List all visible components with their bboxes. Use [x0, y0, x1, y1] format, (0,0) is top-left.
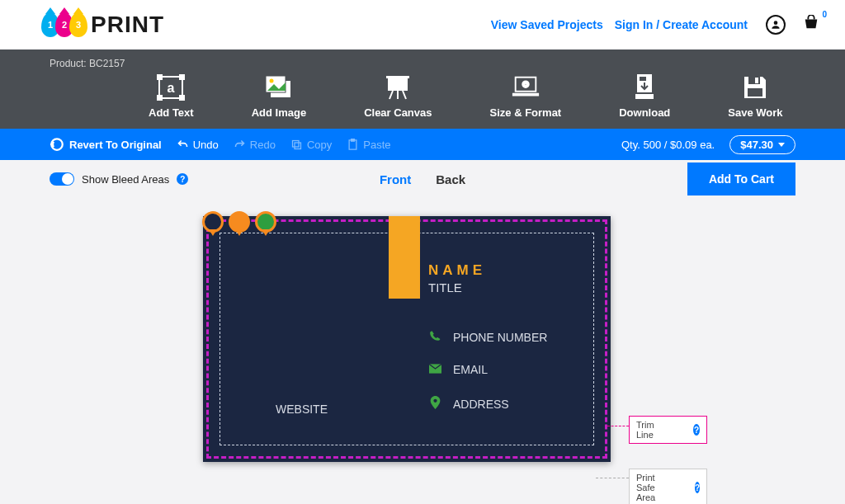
color-pin-green[interactable]	[255, 211, 276, 233]
paste-button[interactable]: Paste	[347, 139, 390, 151]
card-title-field[interactable]: TITLE	[428, 280, 462, 294]
redo-label: Redo	[250, 139, 276, 151]
color-pin-orange[interactable]	[229, 211, 250, 233]
color-swatch-pins	[202, 211, 276, 233]
card-phone-label: PHONE NUMBER	[453, 331, 547, 344]
svg-rect-10	[388, 78, 408, 91]
card-accent-strip[interactable]	[389, 216, 420, 299]
svg-point-26	[433, 399, 437, 403]
total-price: $47.30	[740, 139, 773, 151]
cart-count: 0	[822, 10, 827, 19]
svg-text:a: a	[168, 81, 175, 95]
laptop-gear-icon	[511, 73, 541, 101]
undo-label: Undo	[193, 139, 219, 151]
qty-price-label: Qty. 500 / $0.09 ea.	[621, 139, 715, 151]
paste-label: Paste	[363, 139, 390, 151]
svg-point-9	[269, 79, 273, 83]
svg-rect-4	[158, 96, 162, 100]
add-to-cart-button[interactable]: Add To Cart	[687, 163, 795, 195]
safe-connector	[596, 478, 629, 478]
editor-toolbar: Product: BC2157 a Add Text Add Image Cle…	[0, 49, 845, 129]
top-header: 1 2 3 PRINT View Saved Projects Sign In …	[0, 0, 845, 49]
safe-area-text: Print Safe Area	[636, 473, 659, 502]
svg-rect-16	[640, 77, 646, 81]
price-dropdown[interactable]: $47.30	[729, 135, 795, 154]
download-icon	[630, 73, 659, 101]
svg-rect-21	[295, 143, 301, 149]
help-icon[interactable]: ?	[695, 482, 700, 493]
svg-rect-22	[292, 140, 299, 147]
product-label: Product: BC2157	[0, 58, 845, 69]
tool-add-image-label: Add Image	[252, 106, 306, 119]
svg-rect-11	[386, 76, 409, 78]
bleed-toggle[interactable]	[50, 172, 74, 186]
tool-download-label: Download	[619, 106, 670, 119]
undo-button[interactable]: Undo	[177, 139, 219, 151]
card-website-field[interactable]: WEBSITE	[276, 403, 328, 416]
svg-rect-3	[180, 75, 184, 79]
logo[interactable]: 1 2 3 PRINT	[45, 12, 164, 38]
phone-icon	[428, 330, 441, 344]
header-links: View Saved Projects Sign In / Create Acc…	[491, 15, 820, 35]
trim-line-text: Trim Line	[636, 420, 657, 440]
card-email-row[interactable]: EMAIL	[428, 363, 488, 376]
canvas-area: NAME TITLE PHONE NUMBER EMAIL ADDRESS WE…	[0, 216, 845, 478]
svg-rect-24	[352, 139, 355, 141]
text-icon: a	[156, 73, 186, 101]
tool-size-label: Size & Format	[490, 106, 562, 119]
link-sign-in[interactable]: Sign In / Create Account	[615, 18, 748, 31]
trim-connector	[607, 426, 629, 426]
card-phone-row[interactable]: PHONE NUMBER	[428, 330, 547, 344]
safe-area-label: Print Safe Area ?	[629, 469, 707, 504]
tool-add-image[interactable]: Add Image	[252, 73, 306, 119]
sub-bar: Show Bleed Areas ? Front Back Add To Car…	[0, 160, 845, 198]
redo-button[interactable]: Redo	[234, 139, 276, 151]
tool-add-text[interactable]: a Add Text	[149, 73, 194, 119]
bleed-toggle-label: Show Bleed Areas	[82, 173, 169, 186]
tool-clear-canvas[interactable]: Clear Canvas	[364, 73, 432, 119]
svg-point-14	[524, 83, 526, 86]
image-icon	[264, 73, 294, 101]
card-address-row[interactable]: ADDRESS	[428, 396, 509, 412]
tool-clear-label: Clear Canvas	[364, 106, 432, 119]
blue-action-bar: Revert To Original Undo Redo Copy Paste …	[0, 129, 845, 160]
easel-icon	[383, 73, 413, 101]
chevron-down-icon	[778, 143, 785, 147]
copy-button[interactable]: Copy	[290, 139, 332, 151]
tool-download[interactable]: Download	[619, 73, 670, 119]
save-icon	[740, 73, 770, 101]
logo-text: PRINT	[91, 12, 164, 38]
revert-button[interactable]: Revert To Original	[50, 137, 162, 152]
tool-add-text-label: Add Text	[149, 106, 194, 119]
svg-rect-5	[180, 96, 184, 100]
svg-point-0	[774, 21, 778, 25]
copy-label: Copy	[307, 139, 332, 151]
card-name-field[interactable]: NAME	[428, 262, 486, 279]
tool-save-work[interactable]: Save Work	[728, 73, 782, 119]
svg-rect-2	[158, 75, 162, 79]
revert-label: Revert To Original	[69, 139, 162, 151]
location-icon	[428, 396, 441, 412]
help-icon[interactable]: ?	[177, 173, 188, 185]
tab-back[interactable]: Back	[436, 172, 465, 186]
color-pin-dark[interactable]	[202, 211, 224, 233]
tool-size-format[interactable]: Size & Format	[490, 73, 562, 119]
profile-icon[interactable]	[766, 15, 786, 35]
svg-rect-19	[755, 78, 758, 83]
logo-drop-3: 3	[69, 12, 87, 37]
design-canvas[interactable]: NAME TITLE PHONE NUMBER EMAIL ADDRESS WE…	[203, 216, 611, 462]
svg-rect-20	[748, 88, 762, 97]
tool-save-label: Save Work	[728, 106, 782, 119]
envelope-icon	[428, 363, 441, 376]
card-email-label: EMAIL	[453, 363, 488, 376]
cart-icon[interactable]: 0	[802, 15, 820, 35]
svg-rect-17	[635, 94, 654, 99]
link-saved-projects[interactable]: View Saved Projects	[491, 18, 603, 31]
help-icon[interactable]: ?	[693, 424, 700, 436]
logo-drops: 1 2 3	[45, 12, 87, 37]
card-address-label: ADDRESS	[453, 398, 509, 411]
tab-front[interactable]: Front	[380, 172, 411, 186]
trim-line-label: Trim Line ?	[629, 416, 707, 444]
